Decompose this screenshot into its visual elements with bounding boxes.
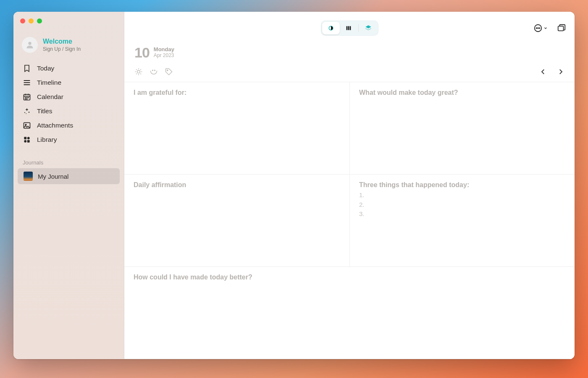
half-circle-icon [328, 25, 334, 31]
sidebar-item-label: Today [37, 65, 54, 72]
svg-rect-24 [348, 26, 349, 30]
svg-point-13 [24, 112, 25, 113]
previous-entry-button[interactable] [539, 68, 547, 76]
app-window: Welcome Sign Up / Sign In Today Timeline… [13, 12, 575, 359]
close-window-button[interactable] [20, 18, 25, 23]
more-circle-icon [533, 23, 543, 33]
date-weekday: Monday [154, 47, 174, 53]
layers-icon [365, 24, 372, 32]
journal-item-my-journal[interactable]: My Journal [18, 168, 120, 184]
svg-point-0 [28, 42, 31, 45]
person-icon [25, 40, 34, 50]
prompt-label: What would make today great? [359, 89, 565, 96]
svg-point-17 [25, 124, 26, 125]
sidebar-item-library[interactable]: Library [17, 133, 121, 147]
prompt-affirmation[interactable]: Daily affirmation [124, 175, 349, 267]
profile-text: Welcome Sign Up / Sign In [43, 38, 81, 52]
svg-line-36 [136, 69, 137, 70]
sidebar-item-label: Attachments [37, 122, 73, 129]
sidebar-item-label: Titles [37, 107, 52, 115]
svg-point-29 [539, 28, 540, 29]
maximize-window-button[interactable] [37, 18, 42, 23]
date-day: 10 [134, 44, 150, 61]
date-monthyear: Apr 2023 [154, 53, 174, 59]
journal-thumbnail [24, 172, 33, 181]
signin-label: Sign Up / Sign In [43, 46, 81, 52]
mood-icon[interactable] [150, 68, 158, 76]
sidebar-item-timeline[interactable]: Timeline [17, 76, 121, 90]
list-item: 3. [359, 209, 565, 219]
calendar-icon [23, 93, 31, 101]
prompt-great-today[interactable]: What would make today great? [349, 82, 575, 175]
svg-point-28 [538, 28, 538, 29]
svg-point-12 [26, 99, 27, 99]
profile-section[interactable]: Welcome Sign Up / Sign In [13, 29, 124, 59]
svg-point-42 [167, 70, 168, 71]
image-icon [23, 121, 31, 130]
entry-nav-arrows [539, 68, 564, 76]
prompt-label: I am grateful for: [134, 89, 340, 96]
svg-rect-25 [349, 26, 351, 30]
view-mode-segmented [321, 21, 378, 36]
list-item: 2. [359, 200, 565, 210]
segment-divider [358, 24, 359, 32]
entry-meta-row [124, 63, 575, 82]
date-details: Monday Apr 2023 [154, 47, 174, 59]
svg-point-14 [29, 112, 30, 113]
view-mode-stack[interactable] [360, 22, 377, 34]
svg-rect-19 [27, 137, 30, 139]
windows-button[interactable] [557, 23, 566, 33]
svg-point-41 [155, 70, 155, 71]
three-things-list: 1. 2. 3. [359, 190, 565, 219]
svg-point-10 [28, 97, 29, 98]
sidebar-item-label: Timeline [37, 79, 61, 86]
topbar-right [533, 23, 566, 33]
timeline-icon [23, 78, 31, 87]
avatar [22, 37, 38, 53]
columns-icon [345, 25, 352, 31]
topbar [124, 12, 575, 44]
svg-point-8 [25, 97, 26, 98]
svg-rect-23 [346, 26, 347, 30]
svg-point-31 [137, 70, 140, 73]
bookmark-icon [23, 64, 31, 73]
more-menu-button[interactable] [533, 23, 548, 33]
svg-rect-30 [558, 26, 564, 31]
prompt-three-things[interactable]: Three things that happened today: 1. 2. … [349, 175, 575, 267]
sidebar-item-label: Library [37, 136, 57, 143]
svg-rect-20 [24, 140, 26, 143]
sidebar-item-calendar[interactable]: Calendar [17, 90, 121, 104]
welcome-label: Welcome [43, 38, 81, 45]
sidebar: Welcome Sign Up / Sign In Today Timeline… [13, 12, 124, 359]
sidebar-item-today[interactable]: Today [17, 61, 121, 76]
prompt-grateful[interactable]: I am grateful for: [124, 82, 349, 175]
prompt-grid: I am grateful for: What would make today… [124, 82, 575, 359]
svg-point-15 [26, 113, 27, 114]
minimize-window-button[interactable] [29, 18, 34, 23]
weather-icon[interactable] [134, 68, 143, 76]
svg-line-39 [140, 69, 141, 70]
sidebar-item-titles[interactable]: Titles [17, 104, 121, 118]
date-header: 10 Monday Apr 2023 [124, 44, 575, 63]
main-content: 10 Monday Apr 2023 I am grateful for: [124, 12, 575, 359]
tag-icon[interactable] [165, 68, 173, 76]
svg-line-38 [136, 73, 137, 74]
sidebar-item-label: Calendar [37, 93, 63, 101]
next-entry-button[interactable] [557, 68, 564, 76]
journals-section-label: Journals [13, 149, 124, 168]
sidebar-item-attachments[interactable]: Attachments [17, 118, 121, 133]
prompt-better[interactable]: How could I have made today better? [124, 267, 575, 359]
svg-point-11 [25, 99, 26, 99]
list-item: 1. [359, 190, 565, 200]
prompt-label: Three things that happened today: [359, 181, 565, 189]
svg-point-9 [26, 97, 27, 98]
windows-icon [557, 23, 566, 33]
svg-point-27 [536, 28, 537, 29]
view-mode-columns[interactable] [340, 22, 357, 34]
svg-rect-18 [24, 137, 26, 139]
prompt-label: Daily affirmation [134, 181, 340, 189]
view-mode-single[interactable] [322, 22, 340, 34]
svg-line-37 [140, 73, 141, 74]
svg-point-40 [152, 70, 153, 71]
library-icon [23, 136, 31, 144]
